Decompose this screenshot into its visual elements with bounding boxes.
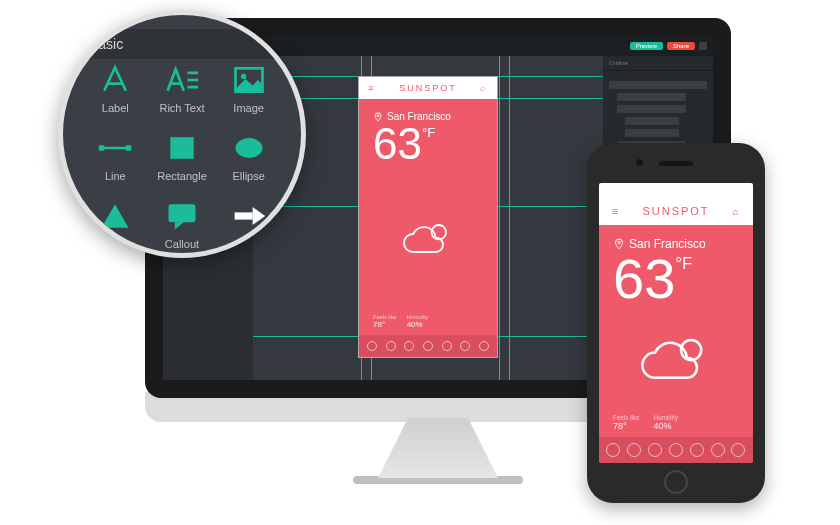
editor-canvas[interactable]: ≡ SUNSPOT ⌕ San Francisco 63°F [253,56,603,380]
triangle-icon [97,199,133,233]
hour-item[interactable] [669,443,683,457]
weather-stats: Feels like78° Humidity40% [373,314,483,329]
label-icon [97,63,133,97]
phone-speaker [659,161,693,166]
svg-point-11 [235,138,262,158]
hour-item[interactable] [442,341,452,351]
hour-item[interactable] [367,341,377,351]
svg-rect-13 [234,212,252,219]
tool-line[interactable]: Line [83,131,148,195]
share-button[interactable]: Share [667,42,695,50]
tool-rectangle[interactable]: Rectangle [150,131,215,195]
tool-image[interactable]: Image [216,63,281,127]
svg-rect-10 [170,137,193,159]
hour-item[interactable] [711,443,725,457]
svg-rect-8 [99,145,104,150]
brand-label: SUNSPOT [642,205,709,217]
home-button[interactable] [664,470,688,494]
arrow-icon [231,199,267,233]
hour-item[interactable] [460,341,470,351]
phone-screen: ≡ SUNSPOT ⌕ San Francisco 63°F Feels lik… [599,183,753,463]
hour-item[interactable] [479,341,489,351]
menu-icon[interactable]: ≡ [365,83,379,93]
outline-node[interactable] [609,81,707,89]
temperature: 63°F [373,122,483,166]
weather-app: ≡ SUNSPOT ⌕ San Francisco 63°F [359,77,497,357]
tool-callout[interactable]: Callout [150,199,215,258]
svg-rect-9 [126,145,131,150]
outline-node[interactable] [625,117,679,125]
tool-ellipse[interactable]: Ellipse [216,131,281,195]
weather-app: ≡ SUNSPOT ⌕ San Francisco 63°F Feels lik… [599,197,753,463]
search-icon[interactable]: ⌕ [729,205,743,217]
svg-rect-12 [168,204,195,222]
status-bar [599,183,753,197]
search-icon[interactable]: ⌕ [477,83,491,93]
weather-nav: ≡ SUNSPOT ⌕ [599,197,753,225]
weather-nav: ≡ SUNSPOT ⌕ [359,77,497,99]
rich-text-icon [164,63,200,97]
guide-line[interactable] [509,56,510,380]
svg-point-6 [241,74,246,79]
phone-camera [636,159,643,166]
menu-icon[interactable]: ≡ [609,205,623,217]
hour-item[interactable] [731,443,745,457]
weather-stats: Feels like78° Humidity40% [613,414,739,431]
hour-item[interactable] [690,443,704,457]
weather-icon [613,307,739,414]
outline-node[interactable] [617,93,686,101]
tool-rich-text[interactable]: Rich Text [150,63,215,127]
ellipse-icon [231,131,267,165]
svg-point-14 [618,241,621,244]
hourly-forecast[interactable] [599,437,753,463]
hour-item[interactable] [648,443,662,457]
hour-item[interactable] [404,341,414,351]
magnifier-bubble: Basic ▼ Label Rich Text Image Line Recta… [58,10,306,258]
hourly-forecast[interactable] [359,335,497,357]
hour-item[interactable] [386,341,396,351]
topbar-button[interactable] [699,42,707,50]
line-icon [97,131,133,165]
outline-node[interactable] [625,129,679,137]
guide-line[interactable] [499,56,500,380]
outline-node[interactable] [617,105,686,113]
svg-point-0 [377,114,379,116]
tab-outline[interactable]: Outline [609,60,628,66]
weather-icon [373,166,483,314]
tool-triangle[interactable]: Triangle [83,199,148,258]
rectangle-icon [164,131,200,165]
hour-item[interactable] [423,341,433,351]
tool-label[interactable]: Label [83,63,148,127]
artboard-phone[interactable]: ≡ SUNSPOT ⌕ San Francisco 63°F [358,76,498,358]
section-title: Basic [89,36,123,52]
hour-item[interactable] [627,443,641,457]
temperature: 63°F [613,251,739,307]
preview-button[interactable]: Preview [630,42,663,50]
brand-label: SUNSPOT [399,83,457,93]
callout-icon [164,199,200,233]
hour-item[interactable] [606,443,620,457]
image-icon [231,63,267,97]
iphone-mockup: ≡ SUNSPOT ⌕ San Francisco 63°F Feels lik… [587,143,765,503]
imac-stand [378,418,498,478]
